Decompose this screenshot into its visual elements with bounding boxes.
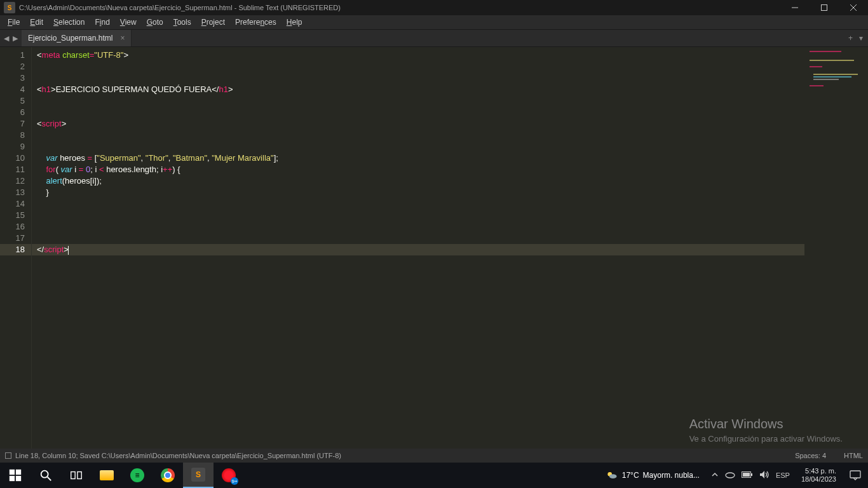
app-icon: S — [4, 2, 15, 13]
svg-point-8 — [41, 471, 48, 478]
window-controls — [780, 0, 868, 15]
tray-battery-icon[interactable] — [742, 471, 753, 480]
line-number: 6 — [0, 107, 31, 118]
svg-rect-17 — [743, 473, 750, 477]
window-title: C:\Users\Admin\Documents\Nueva carpeta\E… — [19, 4, 780, 11]
line-number: 9 — [0, 141, 31, 152]
taskbar-clock[interactable]: 5:43 p. m. 18/04/2023 — [795, 467, 843, 484]
line-number: 16 — [0, 221, 31, 233]
minimize-button[interactable] — [780, 0, 810, 15]
svg-rect-4 — [10, 470, 15, 475]
svg-point-13 — [609, 474, 617, 478]
line-number: 5 — [0, 95, 31, 107]
menubar: File Edit Selection Find View Goto Tools… — [0, 15, 868, 29]
tab-label: Ejercicio_Superman.html — [28, 34, 112, 43]
line-number: 10 — [0, 152, 31, 164]
tab-spacer — [132, 30, 843, 46]
line-number: 8 — [0, 130, 31, 141]
line-number: 18 — [0, 244, 31, 255]
tray-chevron-up-icon[interactable] — [711, 471, 719, 480]
menu-edit[interactable]: Edit — [25, 17, 48, 28]
line-number: 7 — [0, 118, 31, 130]
line-number: 17 — [0, 233, 31, 244]
windows-taskbar: ≡ S 9+ 17°C Mayorm. nubla... ESP 5:43 p.… — [0, 463, 868, 488]
line-number: 4 — [0, 84, 31, 95]
line-number: 1 — [0, 50, 31, 61]
task-view-button[interactable] — [61, 463, 92, 488]
taskbar-file-explorer[interactable] — [92, 463, 122, 488]
editor: 123456789101112131415161718 <meta charse… — [0, 47, 868, 463]
nav-back-icon[interactable]: ◀ — [4, 34, 9, 43]
line-number: 13 — [0, 187, 31, 198]
menu-goto[interactable]: Goto — [142, 17, 168, 28]
menu-help[interactable]: Help — [281, 17, 308, 28]
line-number: 2 — [0, 61, 31, 72]
clock-date: 18/04/2023 — [801, 475, 836, 484]
menu-preferences[interactable]: Preferences — [230, 17, 281, 28]
status-spaces[interactable]: Spaces: 4 — [795, 452, 826, 459]
line-number: 15 — [0, 210, 31, 221]
tab-bar: ◀ ▶ Ejercicio_Superman.html × + ▾ — [0, 29, 868, 47]
tray-volume-icon[interactable] — [759, 470, 770, 481]
status-left: Line 18, Column 10; Saved C:\Users\Admin… — [15, 452, 341, 459]
tab-right-controls: + ▾ — [843, 30, 868, 46]
clock-time: 5:43 p. m. — [801, 467, 836, 475]
menu-selection[interactable]: Selection — [48, 17, 90, 28]
taskbar-spotify[interactable]: ≡ — [122, 463, 153, 488]
close-button[interactable] — [839, 0, 868, 15]
taskbar-opera[interactable]: 9+ — [214, 463, 244, 488]
panel-toggle-icon[interactable] — [5, 452, 11, 459]
tray-language[interactable]: ESP — [776, 471, 790, 479]
text-cursor — [68, 246, 69, 255]
line-number: 3 — [0, 72, 31, 84]
action-center-button[interactable] — [843, 470, 868, 480]
status-language[interactable]: HTML — [844, 452, 863, 459]
status-bar: Line 18, Column 10; Saved C:\Users\Admin… — [0, 449, 868, 463]
svg-rect-6 — [10, 476, 15, 481]
maximize-button[interactable] — [810, 0, 839, 15]
svg-rect-10 — [71, 472, 75, 479]
svg-rect-11 — [78, 472, 81, 479]
menu-file[interactable]: File — [3, 17, 25, 28]
line-number: 14 — [0, 198, 31, 210]
start-button[interactable] — [0, 463, 31, 488]
titlebar: S C:\Users\Admin\Documents\Nueva carpeta… — [0, 0, 868, 15]
tab-close-icon[interactable]: × — [120, 34, 125, 43]
minimap[interactable] — [804, 47, 868, 463]
svg-rect-1 — [822, 5, 827, 11]
menu-project[interactable]: Project — [196, 17, 230, 28]
windows-activation-watermark: Activar Windows Ve a Configuración para … — [689, 417, 843, 444]
tab-menu-icon[interactable]: ▾ — [859, 34, 863, 43]
new-tab-icon[interactable]: + — [848, 34, 853, 43]
watermark-title: Activar Windows — [689, 417, 843, 431]
tab-ejercicio-superman[interactable]: Ejercicio_Superman.html × — [22, 30, 132, 46]
weather-text: Mayorm. nubla... — [643, 471, 700, 480]
gutter: 123456789101112131415161718 — [0, 47, 32, 463]
taskbar-weather[interactable]: 17°C Mayorm. nubla... — [599, 469, 706, 482]
tray-onedrive-icon[interactable] — [725, 471, 735, 480]
line-number: 12 — [0, 175, 31, 187]
taskbar-chrome[interactable] — [153, 463, 183, 488]
opera-badge: 9+ — [231, 477, 238, 485]
svg-point-14 — [726, 473, 735, 478]
menu-tools[interactable]: Tools — [168, 17, 196, 28]
search-button[interactable] — [31, 463, 61, 488]
line-number: 11 — [0, 164, 31, 175]
menu-view[interactable]: View — [115, 17, 142, 28]
svg-rect-19 — [850, 471, 860, 478]
nav-arrows: ◀ ▶ — [0, 30, 22, 46]
system-tray: ESP — [706, 470, 795, 481]
svg-rect-16 — [751, 473, 752, 476]
code-area[interactable]: <meta charset="UTF-8"> <h1>EJERCICIO SUP… — [32, 47, 804, 463]
taskbar-sublime-text[interactable]: S — [183, 463, 214, 488]
watermark-subtitle: Ve a Configuración para activar Windows. — [689, 434, 843, 444]
svg-line-9 — [48, 477, 51, 481]
nav-forward-icon[interactable]: ▶ — [13, 34, 18, 43]
svg-rect-5 — [16, 470, 21, 475]
svg-rect-7 — [16, 476, 21, 481]
weather-temp: 17°C — [622, 471, 639, 480]
menu-find[interactable]: Find — [90, 17, 114, 28]
svg-marker-18 — [760, 471, 764, 478]
